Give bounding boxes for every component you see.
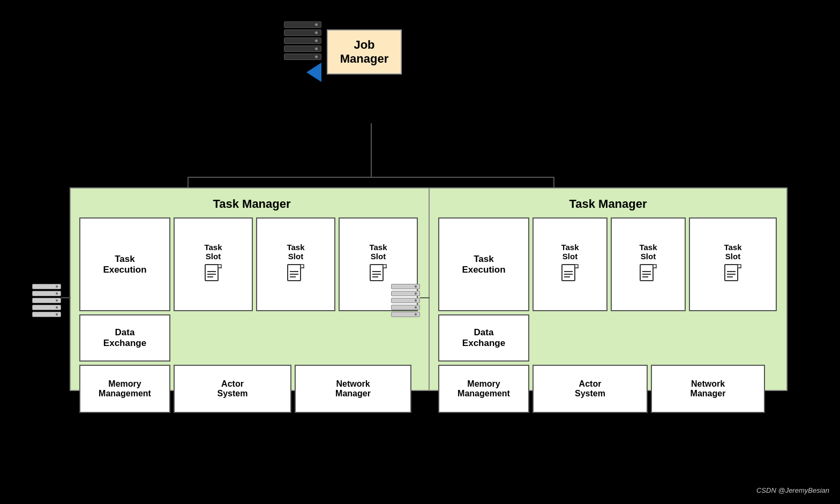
server-disk-4 [284, 46, 321, 52]
tm2-task-execution: TaskExecution [438, 217, 529, 311]
doc-icon-3 [370, 264, 387, 286]
server-disk-3 [284, 37, 321, 44]
tm2-server-icon [391, 284, 420, 317]
task-manager-1: Task Manager TaskExecution TaskSlot [70, 187, 434, 391]
svg-rect-1 [218, 265, 221, 268]
tm2-actor-system: ActorSystem [532, 365, 648, 413]
tm1-empty-middle [174, 314, 421, 362]
tm1-bottom-row: MemoryManagement ActorSystem NetworkMana… [79, 365, 424, 413]
svg-rect-5 [288, 265, 301, 281]
job-manager-label: Job [354, 38, 374, 51]
doc-icon-4 [561, 264, 579, 286]
doc-icon-1 [205, 264, 222, 286]
svg-rect-26 [738, 265, 741, 268]
tm1-server-connector [61, 297, 71, 298]
job-manager-server-icon [284, 21, 321, 82]
svg-rect-16 [575, 265, 578, 268]
tm1-task-execution: TaskExecution [79, 217, 170, 311]
server-disk-2 [284, 29, 321, 36]
tm2-bottom-row: MemoryManagement ActorSystem NetworkMana… [438, 365, 778, 413]
server-disk-1 [284, 21, 321, 28]
tm2-task-slot-1: TaskSlot [532, 217, 608, 311]
task-manager-2: Task Manager TaskExecution TaskSlot [429, 187, 788, 391]
tm2-network-manager: NetworkManager [651, 365, 765, 413]
tm1-network-manager: NetworkManager [295, 365, 411, 413]
svg-rect-11 [383, 265, 386, 268]
tm1-actor-system: ActorSystem [174, 365, 291, 413]
doc-icon-6 [724, 264, 741, 286]
tm2-top-row: TaskExecution TaskSlot TaskSlot [438, 217, 778, 311]
svg-rect-0 [205, 265, 218, 281]
doc-icon-5 [640, 264, 657, 286]
connector-jm-down [371, 123, 372, 177]
job-manager-box: Job Manager [327, 29, 402, 74]
tm1-top-row: TaskExecution TaskSlot TaskSlot [79, 217, 424, 311]
tm1-task-slot-2: TaskSlot [256, 217, 335, 311]
tm1-data-exchange: DataExchange [79, 314, 170, 362]
watermark: CSDN @JeremyBesian [756, 486, 829, 494]
doc-icon-2 [287, 264, 304, 286]
svg-rect-15 [562, 265, 575, 281]
tm2-task-slot-2: TaskSlot [611, 217, 686, 311]
tm2-server-connector [420, 297, 430, 298]
server-disk-5 [284, 54, 321, 60]
tm2-task-slot-3: TaskSlot [689, 217, 777, 311]
task-manager-2-title: Task Manager [438, 197, 778, 211]
tm2-memory-management: MemoryManagement [438, 365, 529, 413]
arrow-icon [306, 63, 321, 82]
svg-rect-25 [725, 265, 738, 281]
connector-horizontal [188, 177, 554, 178]
svg-rect-10 [370, 265, 383, 281]
tm1-task-slot-1: TaskSlot [174, 217, 253, 311]
job-manager-area: Job Manager [284, 21, 402, 82]
tm1-server-icon [32, 284, 61, 317]
svg-rect-6 [301, 265, 304, 268]
tm1-middle-row: DataExchange [79, 314, 424, 362]
tm2-empty-middle [532, 314, 776, 362]
svg-rect-21 [653, 265, 656, 268]
task-manager-1-title: Task Manager [79, 197, 424, 211]
diagram-container: Job Manager Task Manager TaskExecution T… [0, 0, 840, 504]
tm2-data-exchange: DataExchange [438, 314, 529, 362]
tm2-middle-row: DataExchange [438, 314, 778, 362]
job-manager-label2: Manager [340, 52, 388, 65]
tm1-memory-management: MemoryManagement [79, 365, 170, 413]
svg-rect-20 [640, 265, 653, 281]
